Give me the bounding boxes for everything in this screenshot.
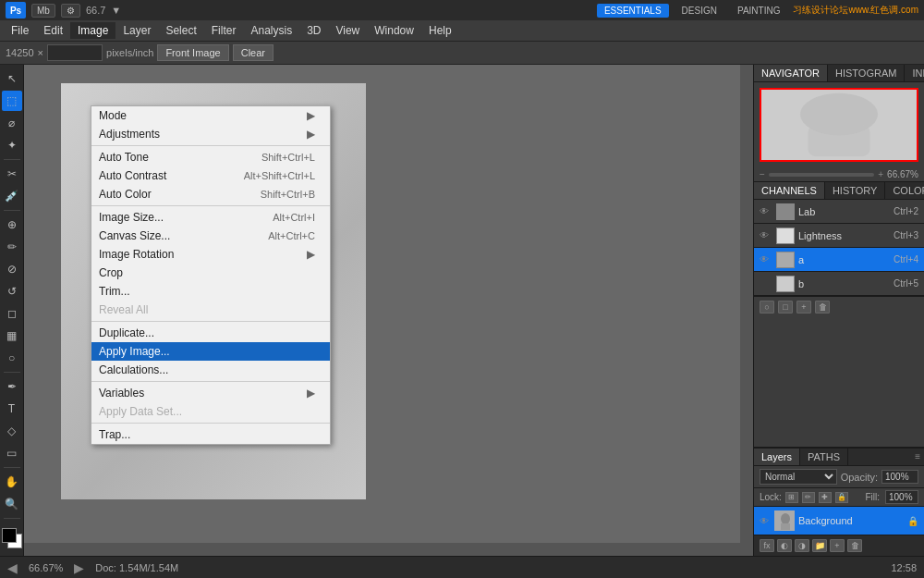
menu-canvas-size[interactable]: Canvas Size... Alt+Ctrl+C: [91, 227, 330, 245]
eraser-tool[interactable]: ◻: [2, 303, 22, 324]
channel-lightness-eye[interactable]: 👁: [760, 230, 772, 240]
delete-layer-btn[interactable]: 🗑: [847, 539, 862, 552]
new-layer-btn[interactable]: +: [830, 539, 845, 552]
menu-select[interactable]: Select: [158, 22, 203, 39]
foreground-color[interactable]: [2, 528, 17, 543]
tab-paths[interactable]: PATHS: [800, 449, 848, 465]
opacity-label: Opacity:: [841, 472, 878, 483]
tab-color[interactable]: COLOR: [885, 182, 924, 199]
text-tool[interactable]: T: [2, 399, 22, 419]
pen-tool[interactable]: ✒: [2, 376, 22, 397]
menu-image-size[interactable]: Image Size... Alt+Ctrl+I: [91, 208, 330, 227]
front-image-button[interactable]: Front Image: [157, 44, 228, 61]
menu-edit[interactable]: Edit: [36, 22, 70, 39]
workspace-switcher[interactable]: ⚙: [61, 4, 80, 18]
essentials-button[interactable]: ESSENTIALS: [597, 4, 669, 18]
lasso-tool[interactable]: ⌀: [2, 113, 22, 133]
tab-navigator[interactable]: NAVIGATOR: [754, 65, 828, 81]
lock-move-btn[interactable]: ✚: [819, 492, 832, 503]
menu-analysis[interactable]: Analysis: [243, 22, 299, 39]
move-tool[interactable]: ↖: [2, 68, 22, 89]
load-channel-btn[interactable]: ○: [760, 301, 774, 314]
tab-info[interactable]: INFO: [905, 65, 924, 81]
heal-tool[interactable]: ⊕: [2, 215, 22, 235]
navigator-preview[interactable]: [760, 88, 918, 162]
channel-b[interactable]: b Ctrl+5: [754, 272, 924, 296]
new-channel-btn[interactable]: +: [796, 301, 811, 314]
menu-apply-image[interactable]: Apply Image...: [91, 342, 330, 361]
zoom-out-btn[interactable]: −: [760, 169, 765, 179]
doc-switcher[interactable]: Mb: [31, 4, 55, 18]
layers-options-arrow[interactable]: ≡: [911, 449, 924, 465]
channel-a-eye[interactable]: 👁: [760, 254, 772, 264]
lock-brush-btn[interactable]: ✏: [802, 492, 815, 503]
shape-tool[interactable]: ▭: [2, 443, 22, 463]
path-tool[interactable]: ◇: [2, 421, 22, 441]
menu-file[interactable]: File: [4, 22, 36, 39]
eyedropper-tool[interactable]: 💉: [2, 186, 22, 206]
adjustment-layer-btn[interactable]: ◑: [795, 539, 809, 552]
lock-checkerboard-btn[interactable]: ⊞: [785, 492, 798, 503]
crop-tool[interactable]: ✂: [2, 164, 22, 184]
delete-channel-btn[interactable]: 🗑: [815, 301, 830, 314]
menu-variables[interactable]: Variables ▶: [91, 384, 330, 402]
tab-history[interactable]: HISTORY: [825, 182, 886, 199]
tab-layers[interactable]: Layers: [754, 449, 800, 465]
dodge-tool[interactable]: ○: [2, 348, 22, 368]
design-button[interactable]: DESIGN: [675, 4, 724, 18]
menu-trap[interactable]: Trap...: [91, 425, 330, 444]
vertical-scrollbar[interactable]: [740, 65, 753, 556]
tab-histogram[interactable]: HISTOGRAM: [828, 65, 905, 81]
zoom-in-btn[interactable]: +: [878, 169, 883, 179]
fill-input[interactable]: [885, 490, 918, 504]
menu-auto-color[interactable]: Auto Color Shift+Ctrl+B: [91, 185, 330, 203]
menu-image-rotation[interactable]: Image Rotation ▶: [91, 245, 330, 264]
painting-button[interactable]: PAINTING: [730, 4, 787, 18]
add-mask-btn[interactable]: ◐: [777, 539, 792, 552]
clone-tool[interactable]: ⊘: [2, 259, 22, 279]
channel-lightness[interactable]: 👁 Lightness Ctrl+3: [754, 224, 924, 248]
status-forward-arrow[interactable]: ▶: [74, 560, 84, 575]
menu-duplicate[interactable]: Duplicate...: [91, 324, 330, 342]
channel-a[interactable]: 👁 a Ctrl+4: [754, 248, 924, 272]
channel-lab-eye[interactable]: 👁: [760, 206, 772, 216]
gradient-tool[interactable]: ▦: [2, 326, 22, 346]
hand-tool[interactable]: ✋: [2, 472, 22, 492]
magic-wand-tool[interactable]: ✦: [2, 135, 22, 155]
menu-trim[interactable]: Trim...: [91, 282, 330, 301]
tab-channels[interactable]: CHANNELS: [754, 182, 825, 199]
save-channel-btn[interactable]: □: [778, 301, 793, 314]
menu-window[interactable]: Window: [367, 22, 421, 39]
history-brush-tool[interactable]: ↺: [2, 281, 22, 301]
menu-filter[interactable]: Filter: [204, 22, 244, 39]
selection-tool[interactable]: ⬚: [2, 91, 22, 111]
menu-auto-contrast[interactable]: Auto Contrast Alt+Shift+Ctrl+L: [91, 166, 330, 185]
menu-mode[interactable]: Mode ▶: [91, 106, 330, 125]
horizontal-scrollbar[interactable]: [24, 543, 740, 556]
opacity-input[interactable]: [881, 470, 918, 484]
channel-lab[interactable]: 👁 Lab Ctrl+2: [754, 200, 924, 224]
status-back-arrow[interactable]: ◀: [7, 560, 18, 575]
zoom-slider[interactable]: [769, 173, 874, 177]
menu-view[interactable]: View: [328, 22, 367, 39]
menu-help[interactable]: Help: [421, 22, 459, 39]
clear-button[interactable]: Clear: [233, 44, 274, 61]
menu-3d[interactable]: 3D: [299, 22, 328, 39]
menu-layer[interactable]: Layer: [116, 22, 158, 39]
menu-adjustments[interactable]: Adjustments ▶: [91, 125, 330, 143]
menu-auto-tone[interactable]: Auto Tone Shift+Ctrl+L: [91, 148, 330, 166]
new-group-btn[interactable]: 📁: [812, 539, 827, 552]
resolution-input[interactable]: [47, 44, 103, 61]
brush-tool[interactable]: ✏: [2, 237, 22, 257]
color-boxes[interactable]: [2, 528, 22, 548]
layer-visibility-eye[interactable]: 👁: [760, 516, 771, 526]
zoom-tool[interactable]: 🔍: [2, 494, 22, 514]
lock-all-btn[interactable]: 🔒: [835, 492, 848, 503]
layer-background[interactable]: 👁 Background 🔒: [754, 507, 924, 535]
zoom-separator: ▼: [111, 5, 121, 16]
menu-calculations[interactable]: Calculations...: [91, 361, 330, 379]
add-style-btn[interactable]: fx: [760, 539, 774, 552]
menu-crop[interactable]: Crop: [91, 264, 330, 282]
blend-mode-select[interactable]: Normal: [760, 469, 837, 485]
menu-image[interactable]: Image: [70, 22, 116, 39]
